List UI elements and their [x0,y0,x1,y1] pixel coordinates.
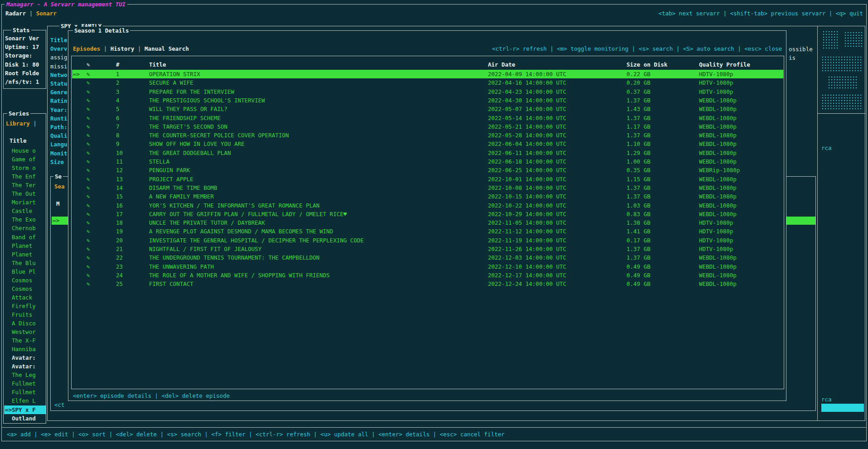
episode-row[interactable]: ✎23THE UNWAVERING PATH2022-12-10 14:00:0… [72,262,783,271]
detail-field-label: Monit [50,149,69,158]
episode-size-on-disk: 0.49 GB [627,271,697,280]
series-list-item[interactable]: Elfen L [4,396,46,405]
series-list-item[interactable]: Cosmos [4,285,46,293]
series-list-item[interactable]: Band of [4,233,46,241]
series-list-item[interactable]: Chernob [4,224,46,232]
series-list-item[interactable]: =>SPY x F [4,406,46,414]
series-list-item[interactable]: The Enf [4,172,46,181]
tab-history[interactable]: History [111,45,135,52]
series-list-item[interactable]: House o [4,146,46,155]
tab-episodes[interactable]: Episodes [73,45,100,52]
episode-row[interactable]: ✎2SECURE A WIFE2022-04-16 14:00:00 UTC0.… [72,78,783,87]
series-list-item[interactable]: Hanniba [4,345,46,353]
pencil-icon: ✎ [87,122,114,131]
popup-title: Season 1 Details [73,27,130,34]
series-list-item[interactable]: Outland [4,414,46,423]
tab-seasons[interactable]: Sea [54,182,65,191]
highlighted-row-fragment [821,404,864,412]
episode-row[interactable]: ✎5WILL THEY PASS OR FAIL?2022-05-07 14:0… [72,105,783,113]
series-list-item[interactable]: The Leg [4,371,46,379]
episode-quality-profile: WEBRip-1080p [699,166,781,174]
series-list-item[interactable]: Avatar: [4,353,46,362]
episode-quality-profile: WEBDL-1080p [699,201,781,210]
episode-title: WILL THEY PASS OR FAIL? [149,105,484,113]
episode-title: A REVENGE PLOT AGAINST DESMOND / MAMA BE… [149,227,484,236]
tab-manual-search[interactable]: Manual Search [145,45,189,52]
episode-row[interactable]: ✎6THE FRIENDSHIP SCHEME2022-05-14 14:00:… [72,114,783,122]
episode-row[interactable]: ✎10THE GREAT DODGEBALL PLAN2022-06-11 14… [72,149,783,157]
series-list-item[interactable]: Cosmos [4,276,46,285]
series-list-item[interactable]: Moriart [4,198,46,207]
series-list-item[interactable]: Fullmet [4,379,46,388]
episode-row[interactable]: ✎4THE PRESTIGIOUS SCHOOL'S INTERVIEW2022… [72,96,783,105]
episode-row[interactable]: =>✎1OPERATION STRIX2022-04-09 14:00:00 U… [72,70,783,78]
pencil-icon: ✎ [87,280,114,288]
episode-row[interactable]: ✎12PENGUIN PARK2022-06-25 14:00:00 UTC0.… [72,166,783,174]
episode-size-on-disk: 1.37 GB [627,253,697,262]
series-list-item[interactable]: The Out [4,189,46,198]
tab-library[interactable]: Library [6,120,30,127]
episode-air-date: 2022-05-14 14:00:00 UTC [488,114,624,122]
stat-disk: Disk 1: 80 [5,60,45,69]
episode-row[interactable]: ✎19A REVENGE PLOT AGAINST DESMOND / MAMA… [72,227,783,236]
episode-title: THE UNWAVERING PATH [149,262,484,271]
episode-quality-profile: WEBDL-1080p [699,183,781,192]
series-list-item[interactable]: Planet [4,241,46,250]
episode-row[interactable]: ✎17CARRY OUT THE GRIFFIN PLAN / FULLMETA… [72,210,783,218]
series-list-item[interactable]: Blue Pl [4,267,46,276]
episode-row[interactable]: ✎21NIGHTFALL / FIRST FIT OF JEALOUSY2022… [72,245,783,253]
series-list-item[interactable]: Castle [4,207,46,215]
episode-air-date: 2022-11-12 14:00:00 UTC [488,227,624,236]
series-list-item[interactable]: Firefly [4,302,46,310]
episode-number: 5 [116,105,148,113]
episode-row[interactable]: ✎14DISARM THE TIME BOMB2022-10-08 14:00:… [72,183,783,192]
series-list-item[interactable]: The Ter [4,181,46,189]
detail-field-label: Ratin [50,97,69,105]
series-list-item[interactable]: A Disco [4,319,46,328]
popup-footer-keybindings: <enter> episode details | <del> delete e… [73,391,230,400]
episode-row[interactable]: ✎15A NEW FAMILY MEMBER2022-10-15 14:00:0… [72,192,783,201]
tab-radarr[interactable]: Radarr [5,10,26,17]
episode-row[interactable]: ✎8THE COUNTER-SECRET POLICE COVER OPERAT… [72,131,783,140]
episode-row[interactable]: ✎16YOR'S KITCHEN / THE INFORMANT'S GREAT… [72,201,783,210]
episode-quality-profile: WEBDL-1080p [699,122,781,131]
episode-row[interactable]: ✎18UNCLE THE PRIVATE TUTOR / DAYBREAK202… [72,218,783,227]
episode-row[interactable]: ✎20INVESTIGATE THE GENERAL HOSPITAL / DE… [72,236,783,245]
series-list-item[interactable]: The Exo [4,215,46,224]
series-list-item[interactable]: Storm o [4,164,46,172]
detail-field-label: Runti [50,114,69,123]
stat-uptime: Uptime: 17 [5,43,45,51]
episode-number: 6 [116,114,148,122]
series-list-item[interactable]: Attack [4,293,46,302]
episode-number: 22 [116,253,148,262]
series-list-item[interactable]: Avatar: [4,362,46,371]
episode-air-date: 2022-10-01 14:00:00 UTC [488,175,624,183]
series-title: House o [12,146,36,155]
episode-number: 7 [116,122,148,131]
series-list-item[interactable]: Game of [4,155,46,164]
episode-row[interactable]: ✎11STELLA2022-06-18 14:00:00 UTC1.00 GBW… [72,157,783,166]
episode-row[interactable]: ✎13PROJECT APPLE2022-10-01 14:00:00 UTC1… [72,175,783,183]
episode-row[interactable]: ✎3PREPARE FOR THE INTERVIEW2022-04-23 14… [72,87,783,96]
episode-air-date: 2022-05-28 14:00:00 UTC [488,131,624,140]
series-list-item[interactable]: Fruits [4,310,46,319]
series-list-item[interactable]: Planet [4,250,46,259]
episode-row[interactable]: ✎9SHOW OFF HOW IN LOVE YOU ARE2022-06-04… [72,140,783,148]
series-list-item[interactable]: Westwor [4,328,46,336]
pencil-icon: ✎ [87,227,114,236]
episode-row[interactable]: ✎25FIRST CONTACT2022-12-24 14:00:00 UTC0… [72,280,783,288]
episode-air-date: 2022-12-17 14:00:00 UTC [488,271,624,280]
series-list-item[interactable]: The Blu [4,259,46,267]
episode-size-on-disk: 1.37 GB [627,114,697,122]
episode-row[interactable]: ✎24THE ROLE OF A MOTHER AND WIFE / SHOPP… [72,271,783,280]
series-list-item[interactable]: Fullmet [4,388,46,396]
tab-sonarr[interactable]: Sonarr [36,10,57,17]
series-list-item[interactable]: The X-F [4,336,46,345]
series-title: Fullmet [12,388,36,396]
episode-row[interactable]: ✎22THE UNDERGROUND TENNIS TOURNAMENT: TH… [72,253,783,262]
episode-row[interactable]: ✎7THE TARGET'S SECOND SON2022-05-21 14:0… [72,122,783,131]
episode-size-on-disk: 0.49 GB [627,262,697,271]
series-title: Avatar: [12,353,36,362]
series-title: Planet [12,241,32,250]
episode-air-date: 2022-10-08 14:00:00 UTC [488,183,624,192]
